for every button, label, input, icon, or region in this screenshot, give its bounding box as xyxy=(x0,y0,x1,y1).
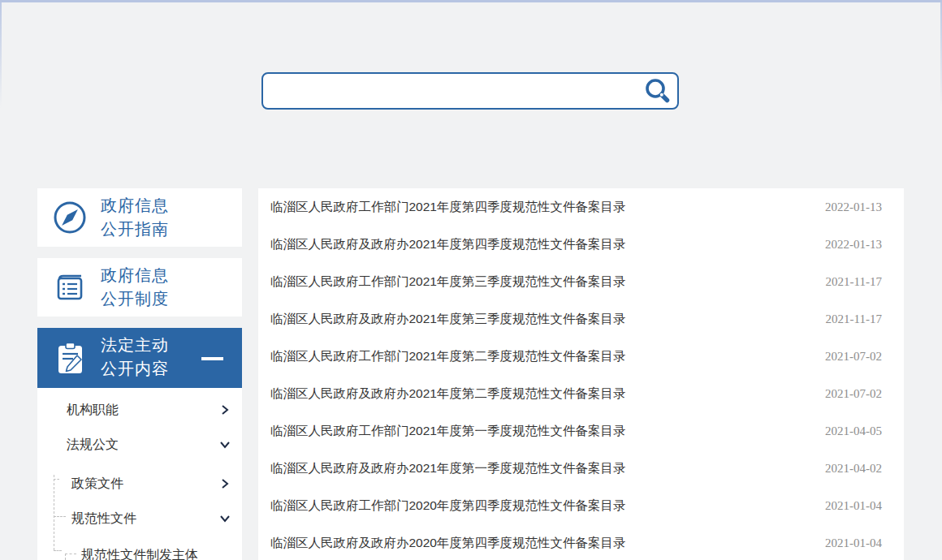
document-date: 2021-11-17 xyxy=(826,275,882,289)
clipboard-pen-icon xyxy=(52,340,88,376)
list-item[interactable]: 临淄区人民政府工作部门2020年度第四季度规范性文件备案目录 2021-01-0… xyxy=(258,487,904,524)
list-item[interactable]: 临淄区人民政府及政府办2021年度第一季度规范性文件备案目录 2021-04-0… xyxy=(258,450,904,487)
document-date: 2021-07-02 xyxy=(825,387,882,401)
sidebar-item-statutory-disclosure[interactable]: 法定主动 公开内容 xyxy=(37,328,242,388)
tree-line xyxy=(65,554,76,554)
document-date: 2021-04-02 xyxy=(825,462,882,476)
document-title-link[interactable]: 临淄区人民政府工作部门2021年度第四季度规范性文件备案目录 xyxy=(270,199,625,216)
submenu-label: 规范性文件 xyxy=(71,510,136,528)
list-item[interactable]: 临淄区人民政府工作部门2021年度第三季度规范性文件备案目录 2021-11-1… xyxy=(258,263,904,300)
document-title-link[interactable]: 临淄区人民政府工作部门2021年度第一季度规范性文件备案目录 xyxy=(270,423,625,440)
document-title-link[interactable]: 临淄区人民政府及政府办2021年度第四季度规范性文件备案目录 xyxy=(270,236,625,253)
submenu-item-regulations-documents[interactable]: 法规公文 xyxy=(37,427,242,463)
left-edge-fade xyxy=(0,2,2,108)
document-date: 2022-01-13 xyxy=(825,200,882,214)
chevron-down-icon xyxy=(219,439,231,450)
tree-line xyxy=(54,550,62,551)
top-border-strip xyxy=(0,0,942,2)
list-item[interactable]: 临淄区人民政府及政府办2021年度第四季度规范性文件备案目录 2022-01-1… xyxy=(258,226,904,263)
document-title-link[interactable]: 临淄区人民政府及政府办2021年度第二季度规范性文件备案目录 xyxy=(270,386,625,403)
document-title-link[interactable]: 临淄区人民政府及政府办2020年度第四季度规范性文件备案目录 xyxy=(270,535,625,552)
submenu-label: 规范性文件制发主体 xyxy=(81,547,198,560)
sidebar-item-disclosure-system[interactable]: 政府信息 公开制度 xyxy=(37,258,242,317)
tree-line xyxy=(65,554,66,560)
document-title-link[interactable]: 临淄区人民政府工作部门2021年度第二季度规范性文件备案目录 xyxy=(270,348,625,365)
list-item[interactable]: 临淄区人民政府工作部门2021年度第二季度规范性文件备案目录 2021-07-0… xyxy=(258,338,904,375)
minus-icon xyxy=(201,357,223,360)
submenu-label: 法规公文 xyxy=(67,437,119,454)
document-list-panel: 临淄区人民政府工作部门2021年度第四季度规范性文件备案目录 2022-01-1… xyxy=(258,188,904,560)
document-title-link[interactable]: 临淄区人民政府工作部门2021年度第三季度规范性文件备案目录 xyxy=(270,274,625,291)
search-input[interactable] xyxy=(271,75,637,106)
document-date: 2021-07-02 xyxy=(825,350,882,364)
chevron-right-icon xyxy=(219,404,231,416)
document-date: 2021-04-05 xyxy=(825,424,882,438)
tree-line xyxy=(54,479,59,480)
submenu-item-policy-documents[interactable]: 政策文件 xyxy=(37,466,242,502)
search-icon xyxy=(643,97,672,109)
gov-info-disclosure-page: { "page": { "accent": "#2b66a5", "top_st… xyxy=(0,0,942,560)
document-date: 2021-11-17 xyxy=(826,312,882,326)
tree-line xyxy=(54,516,66,517)
document-date: 2021-01-04 xyxy=(825,499,882,513)
document-title-link[interactable]: 临淄区人民政府及政府办2021年度第一季度规范性文件备案目录 xyxy=(270,460,625,477)
submenu-item-normative-documents[interactable]: 规范性文件 xyxy=(37,501,242,536)
sidebar-submenu: 机构职能 法规公文 政策文件 规范性文件 规范性文件制发主体 xyxy=(37,388,242,560)
sidebar-item-disclosure-guide[interactable]: 政府信息 公开指南 xyxy=(37,188,242,247)
list-item[interactable]: 临淄区人民政府工作部门2021年度第四季度规范性文件备案目录 2022-01-1… xyxy=(258,188,904,226)
list-item[interactable]: 临淄区人民政府工作部门2021年度第一季度规范性文件备案目录 2021-04-0… xyxy=(258,412,904,450)
list-item[interactable]: 临淄区人民政府及政府办2021年度第三季度规范性文件备案目录 2021-11-1… xyxy=(258,300,904,338)
tree-line xyxy=(54,475,54,550)
chevron-down-icon xyxy=(219,513,231,524)
document-title-link[interactable]: 临淄区人民政府及政府办2021年度第三季度规范性文件备案目录 xyxy=(270,311,625,328)
sidebar-item-label: 法定主动 公开内容 xyxy=(101,334,169,381)
document-title-link[interactable]: 临淄区人民政府工作部门2020年度第四季度规范性文件备案目录 xyxy=(270,498,625,515)
chevron-right-icon xyxy=(219,478,231,489)
submenu-label: 机构职能 xyxy=(67,402,119,419)
document-date: 2021-01-04 xyxy=(825,536,882,550)
compass-icon xyxy=(52,200,88,235)
document-date: 2022-01-13 xyxy=(825,238,882,252)
sidebar-item-label: 政府信息 公开制度 xyxy=(101,264,169,311)
submenu-item-agency-functions[interactable]: 机构职能 xyxy=(37,392,242,428)
list-item[interactable]: 临淄区人民政府及政府办2020年度第四季度规范性文件备案目录 2021-01-0… xyxy=(258,524,904,560)
submenu-label: 政策文件 xyxy=(71,476,123,493)
submenu-item-normative-doc-issuers[interactable]: 规范性文件制发主体 xyxy=(37,537,242,560)
search-button[interactable] xyxy=(643,77,672,106)
sidebar-item-label: 政府信息 公开指南 xyxy=(101,194,169,241)
search-box xyxy=(261,72,679,110)
document-list-icon xyxy=(52,269,88,305)
list-item[interactable]: 临淄区人民政府及政府办2021年度第二季度规范性文件备案目录 2021-07-0… xyxy=(258,375,904,412)
